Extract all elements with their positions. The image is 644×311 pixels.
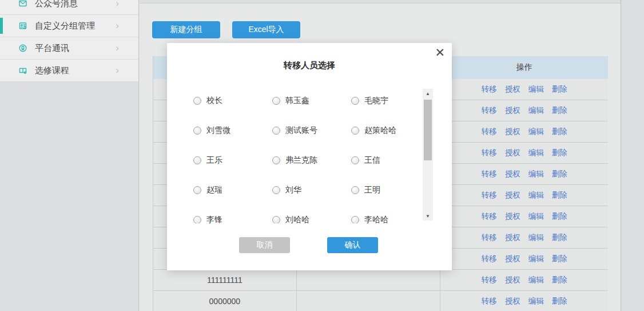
edit-link[interactable]: 编辑 (528, 169, 544, 179)
sidebar-item-0[interactable]: 公众号消息 › (0, 0, 138, 15)
transfer-link[interactable]: 转移 (482, 127, 497, 137)
edit-link[interactable]: 编辑 (528, 233, 544, 243)
delete-link[interactable]: 删除 (552, 127, 567, 137)
transfer-link[interactable]: 转移 (482, 148, 497, 158)
person-option[interactable]: 毛晓宇 (351, 86, 421, 116)
person-name: 王信 (364, 155, 380, 166)
transfer-link[interactable]: 转移 (482, 105, 497, 116)
radio-icon[interactable] (193, 156, 201, 164)
authorize-link[interactable]: 授权 (505, 105, 520, 116)
transfer-link[interactable]: 转移 (482, 296, 497, 306)
edit-link[interactable]: 编辑 (528, 296, 544, 306)
radio-icon[interactable] (193, 186, 201, 194)
person-option[interactable]: 测试账号 (272, 116, 351, 145)
cancel-button[interactable]: 取消 (239, 237, 290, 253)
chevron-right-icon: › (116, 0, 119, 9)
person-option[interactable]: 刘华 (272, 175, 351, 205)
delete-link[interactable]: 删除 (552, 190, 567, 200)
radio-icon[interactable] (351, 156, 359, 164)
authorize-link[interactable]: 授权 (505, 190, 520, 200)
person-name: 弗兰克陈 (285, 155, 317, 166)
person-option[interactable]: 王明 (351, 175, 421, 205)
radio-icon[interactable] (351, 127, 359, 135)
delete-link[interactable]: 删除 (552, 233, 567, 243)
edit-link[interactable]: 编辑 (528, 105, 544, 116)
actions-cell: 转移 授权 编辑 删除 (440, 227, 608, 248)
person-name: 赵策哈哈 (364, 125, 396, 136)
delete-link[interactable]: 删除 (552, 148, 567, 158)
person-option[interactable]: 校长 (193, 86, 272, 116)
edit-link[interactable]: 编辑 (528, 127, 544, 137)
close-icon[interactable]: ✕ (435, 46, 445, 58)
delete-link[interactable]: 删除 (552, 84, 567, 95)
radio-icon[interactable] (193, 216, 201, 223)
radio-icon[interactable] (351, 97, 359, 105)
delete-link[interactable]: 删除 (552, 105, 567, 116)
new-group-button[interactable]: 新建分组 (152, 21, 220, 38)
actions-cell: 转移 授权 编辑 删除 (440, 249, 608, 269)
transfer-link[interactable]: 转移 (482, 169, 497, 179)
person-option[interactable]: 弗兰克陈 (272, 145, 351, 175)
phone-circle-icon (18, 44, 27, 53)
authorize-link[interactable]: 授权 (505, 84, 520, 95)
page-right-gutter (621, 0, 644, 311)
header-actions: 操作 (440, 56, 608, 79)
authorize-link[interactable]: 授权 (505, 127, 520, 137)
sidebar-item-1[interactable]: 自定义分组管理 › (0, 15, 138, 37)
radio-icon[interactable] (272, 156, 280, 164)
scrollbar-thumb[interactable] (424, 100, 432, 160)
transfer-link[interactable]: 转移 (482, 275, 497, 285)
sidebar-item-2[interactable]: 平台通讯 › (0, 37, 138, 60)
delete-link[interactable]: 删除 (552, 254, 567, 264)
transfer-link[interactable]: 转移 (482, 190, 497, 200)
delete-link[interactable]: 删除 (552, 211, 567, 222)
modal-scrollbar[interactable]: ▲ ▼ (423, 89, 433, 221)
edit-link[interactable]: 编辑 (528, 211, 544, 222)
person-name: 李锋 (206, 215, 222, 223)
edit-link[interactable]: 编辑 (528, 254, 544, 264)
authorize-link[interactable]: 授权 (505, 275, 520, 285)
delete-link[interactable]: 删除 (552, 296, 567, 306)
radio-icon[interactable] (272, 216, 280, 223)
person-option[interactable]: 刘哈哈 (272, 205, 351, 223)
delete-link[interactable]: 删除 (552, 169, 567, 179)
person-option[interactable]: 李锋 (193, 205, 272, 223)
authorize-link[interactable]: 授权 (505, 148, 520, 158)
delete-link[interactable]: 删除 (552, 275, 567, 285)
authorize-link[interactable]: 授权 (505, 169, 520, 179)
person-option[interactable]: 赵策哈哈 (351, 116, 421, 145)
authorize-link[interactable]: 授权 (505, 254, 520, 264)
transfer-link[interactable]: 转移 (482, 84, 497, 95)
edit-link[interactable]: 编辑 (528, 275, 544, 285)
transfer-link[interactable]: 转移 (482, 233, 497, 243)
scroll-down-icon[interactable]: ▼ (423, 211, 433, 221)
scroll-up-icon[interactable]: ▲ (423, 89, 433, 98)
authorize-link[interactable]: 授权 (505, 211, 520, 222)
person-option[interactable]: 王信 (351, 145, 421, 175)
edit-link[interactable]: 编辑 (528, 84, 544, 95)
radio-icon[interactable] (351, 186, 359, 194)
radio-icon[interactable] (272, 186, 280, 194)
radio-icon[interactable] (193, 97, 201, 105)
radio-icon[interactable] (351, 216, 359, 223)
person-option[interactable]: 韩玉鑫 (272, 86, 351, 116)
person-option[interactable]: 赵瑞 (193, 175, 272, 205)
group-name-cell: 0000000 (153, 291, 297, 311)
edit-link[interactable]: 编辑 (528, 190, 544, 200)
transfer-link[interactable]: 转移 (482, 254, 497, 264)
actions-cell: 转移 授权 编辑 删除 (440, 164, 608, 184)
authorize-link[interactable]: 授权 (505, 233, 520, 243)
edit-link[interactable]: 编辑 (528, 148, 544, 158)
person-option[interactable]: 李哈哈 (351, 205, 421, 223)
person-option[interactable]: 刘雪微 (193, 116, 272, 145)
excel-import-button[interactable]: Excel导入 (232, 21, 300, 38)
radio-icon[interactable] (272, 127, 280, 135)
transfer-link[interactable]: 转移 (482, 211, 497, 222)
authorize-link[interactable]: 授权 (505, 296, 520, 306)
radio-icon[interactable] (272, 97, 280, 105)
sidebar-item-3[interactable]: 选修课程 › (0, 60, 138, 82)
chevron-right-icon: › (116, 20, 119, 32)
person-option[interactable]: 王乐 (193, 145, 272, 175)
radio-icon[interactable] (193, 127, 201, 135)
confirm-button[interactable]: 确认 (327, 237, 378, 253)
